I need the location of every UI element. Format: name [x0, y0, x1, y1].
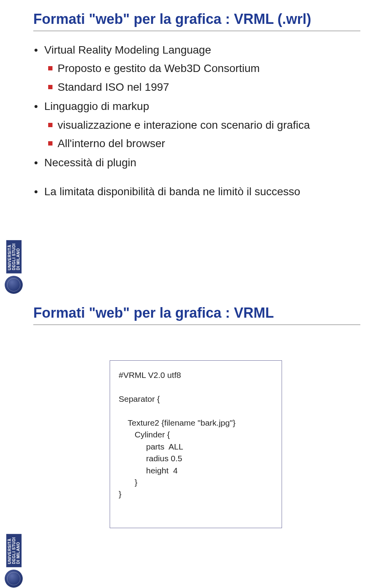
- institution-sidebar: UNIVERSITÀ DEGLI STUDI DI MILANO: [0, 200, 27, 294]
- slide-1-content: Formati "web" per la grafica : VRML (.wr…: [33, 11, 360, 278]
- slide-1-bullets-2: La limitata disponibilità di banda ne li…: [33, 183, 360, 200]
- slide-1-bullets: Virtual Reality Modeling Language Propos…: [33, 41, 360, 171]
- slide-2-content: Formati "web" per la grafica : VRML #VRM…: [33, 305, 360, 572]
- seal-icon: [5, 276, 23, 294]
- bullet-vrml-language: Virtual Reality Modeling Language Propos…: [33, 41, 360, 95]
- slide-1: UNIVERSITÀ DEGLI STUDI DI MILANO Formati…: [0, 0, 376, 294]
- sub-bullet-text: visualizzazione e interazione con scenar…: [58, 119, 310, 131]
- sub-bullet-web3d: Proposto e gestito da Web3D Consortium: [44, 60, 360, 77]
- spacer: [33, 174, 360, 183]
- institution-logo: UNIVERSITÀ DEGLI STUDI DI MILANO: [2, 498, 25, 588]
- seal-icon: [5, 570, 23, 588]
- sub-bullets: Proposto e gestito da Web3D Consortium S…: [44, 60, 360, 95]
- bullet-banda: La limitata disponibilità di banda ne li…: [33, 183, 360, 200]
- bullet-markup-language: Linguaggio di markup visualizzazione e i…: [33, 98, 360, 152]
- bullet-text: Virtual Reality Modeling Language: [44, 44, 211, 56]
- sub-bullet-text: Proposto e gestito da Web3D Consortium: [58, 62, 260, 74]
- institution-name: UNIVERSITÀ DEGLI STUDI DI MILANO: [6, 240, 22, 273]
- sub-bullet-visualizzazione: visualizzazione e interazione con scenar…: [44, 117, 360, 133]
- slide-2: UNIVERSITÀ DEGLI STUDI DI MILANO Formati…: [0, 294, 376, 588]
- bullet-text: Necessità di plugin: [44, 156, 136, 169]
- sub-bullets: visualizzazione e interazione con scenar…: [44, 117, 360, 152]
- institution-logo: UNIVERSITÀ DEGLI STUDI DI MILANO: [2, 204, 25, 294]
- institution-name: UNIVERSITÀ DEGLI STUDI DI MILANO: [6, 534, 22, 567]
- slide-1-title: Formati "web" per la grafica : VRML (.wr…: [33, 11, 360, 31]
- institution-sidebar: UNIVERSITÀ DEGLI STUDI DI MILANO: [0, 494, 27, 588]
- bullet-text: La limitata disponibilità di banda ne li…: [44, 185, 300, 198]
- sub-bullet-browser: All'interno del browser: [44, 135, 360, 152]
- page: UNIVERSITÀ DEGLI STUDI DI MILANO Formati…: [0, 0, 376, 588]
- bullet-text: Linguaggio di markup: [44, 100, 149, 112]
- slide-2-title: Formati "web" per la grafica : VRML: [33, 305, 360, 325]
- sub-bullet-iso: Standard ISO nel 1997: [44, 79, 360, 95]
- bullet-plugin: Necessità di plugin: [33, 154, 360, 171]
- sub-bullet-text: Standard ISO nel 1997: [58, 81, 169, 93]
- sub-bullet-text: All'interno del browser: [58, 137, 165, 149]
- vrml-code-sample: #VRML V2.0 utf8 Separator { Texture2 {fi…: [110, 360, 282, 528]
